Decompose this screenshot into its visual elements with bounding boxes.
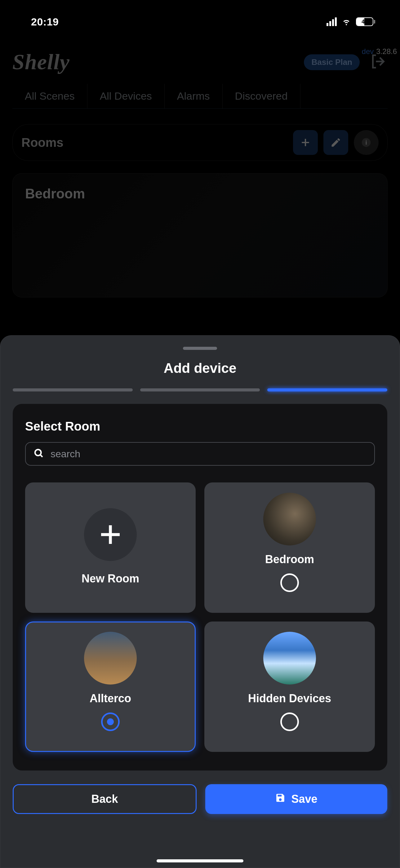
version-number: 3.28.6 [376,47,397,56]
svg-text:i: i [365,139,367,146]
cellular-icon [327,18,337,26]
back-button[interactable]: Back [13,784,197,814]
sheet-grabber[interactable] [183,347,217,350]
status-time: 20:19 [31,16,59,28]
section-title: Rooms [22,136,64,150]
version-env: dev [362,47,374,56]
save-icon [275,793,286,806]
battery-indicator: 48 [356,18,375,26]
save-label: Save [291,793,317,806]
progress-step-1 [13,389,133,392]
radio-unchecked[interactable] [280,712,299,731]
tile-allterco[interactable]: Allterco [25,621,196,752]
search-icon [33,448,44,460]
tile-label: New Room [81,572,139,585]
tile-label: Hidden Devices [248,692,331,705]
progress-step-3 [267,389,387,392]
app-version: dev3.28.6 [362,47,397,56]
room-image-hidden [263,632,316,685]
rooms-section-bar: Rooms i [12,124,388,161]
tab-all-scenes[interactable]: All Scenes [12,84,88,108]
radio-unchecked[interactable] [280,574,299,592]
room-grid: New Room Bedroom Allterco Hidden Devices [25,483,375,752]
radio-checked[interactable] [101,712,120,731]
nav-tabs: All Scenes All Devices Alarms Discovered [12,84,388,108]
add-room-button[interactable] [293,130,318,155]
search-input[interactable] [51,448,367,460]
tile-hidden-devices[interactable]: Hidden Devices [204,621,375,752]
home-indicator[interactable] [157,859,243,862]
wifi-icon [341,16,352,28]
panel-title: Select Room [25,420,375,433]
select-room-panel: Select Room New Room Bedroom Allterco [13,404,387,771]
room-image-allterco [84,632,137,685]
tab-discovered[interactable]: Discovered [223,84,300,108]
plus-icon [84,508,137,561]
status-bar: 20:19 48 [0,0,400,43]
tile-label: Allterco [90,692,131,705]
tile-label: Bedroom [265,553,314,566]
progress-step-2 [140,389,260,392]
sheet-footer: Back Save [13,784,387,814]
edit-rooms-button[interactable] [324,130,348,155]
sheet-title: Add device [13,361,387,376]
room-image-bedroom [263,493,316,546]
tile-bedroom[interactable]: Bedroom [204,483,375,613]
save-button[interactable]: Save [205,784,387,814]
battery-level: 48 [359,19,371,25]
status-indicators: 48 [327,16,375,28]
svg-point-2 [35,450,41,456]
search-field[interactable] [25,442,375,466]
brand-logo: Shelly [12,50,70,74]
tab-alarms[interactable]: Alarms [165,84,223,108]
tab-all-devices[interactable]: All Devices [88,84,165,108]
add-device-sheet: Add device Select Room New Room Bedroom [0,335,400,868]
info-button[interactable]: i [354,130,378,155]
progress-indicator [13,389,387,392]
tile-new-room[interactable]: New Room [25,483,196,613]
plan-badge[interactable]: Basic Plan [304,54,360,70]
room-card-bedroom[interactable]: Bedroom [12,173,388,298]
room-card-title: Bedroom [25,186,375,202]
